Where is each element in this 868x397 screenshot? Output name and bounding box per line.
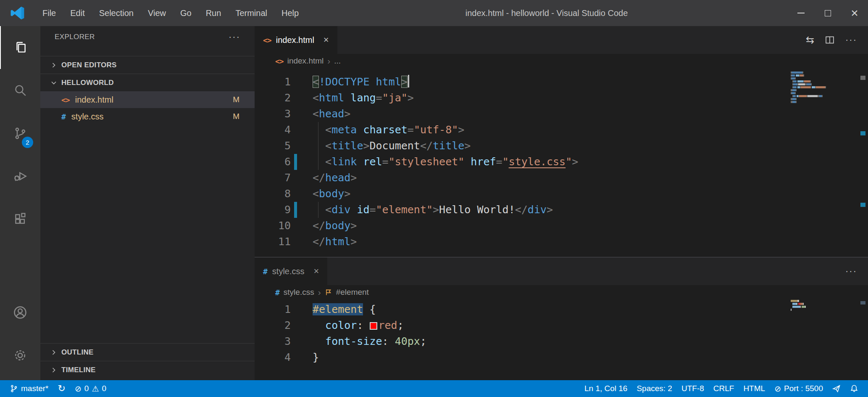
breadcrumb-file[interactable]: style.css — [284, 288, 314, 297]
code-text: <meta charset="utf-8"> — [313, 122, 868, 138]
css-file-icon: # — [275, 288, 280, 297]
code-text: #element { — [313, 302, 868, 318]
tab-label: index.html — [276, 35, 314, 45]
code-text: </head> — [313, 170, 868, 186]
close-tab-icon[interactable]: × — [324, 34, 329, 45]
code-line[interactable]: 10</body> — [255, 218, 868, 234]
encoding-indicator[interactable]: UTF-8 — [677, 380, 709, 397]
settings-button[interactable] — [0, 334, 40, 377]
color-swatch[interactable] — [370, 322, 377, 330]
indentation-indicator[interactable]: Spaces: 2 — [632, 380, 677, 397]
title-bar: FileEditSelectionViewGoRunTerminalHelp i… — [0, 0, 868, 26]
code-line[interactable]: 3 font-size: 40px; — [255, 333, 868, 349]
line-number: 4 — [255, 349, 291, 365]
git-branch-icon — [10, 384, 18, 393]
code-line[interactable]: 3<head> — [255, 106, 868, 122]
sidebar-item-extensions[interactable] — [0, 198, 40, 241]
code-line[interactable]: 2 color: red; — [255, 318, 868, 333]
menu-terminal[interactable]: Terminal — [228, 0, 274, 26]
close-tab-icon[interactable]: × — [314, 266, 319, 277]
sidebar-item-run-and-debug[interactable] — [0, 155, 40, 198]
gutter — [291, 170, 313, 186]
window-controls: × — [787, 0, 868, 26]
menu-edit[interactable]: Edit — [63, 0, 92, 26]
breadcrumb-file[interactable]: index.html — [287, 56, 324, 66]
line-number: 8 — [255, 186, 291, 202]
minimap[interactable] — [791, 71, 832, 104]
menu-help[interactable]: Help — [274, 0, 306, 26]
section-timeline[interactable]: TIMELINE — [40, 361, 255, 378]
breadcrumb-symbol[interactable]: #element — [336, 288, 369, 297]
open-changes-icon[interactable]: ⇆ — [806, 34, 814, 46]
code-text: <body> — [313, 186, 868, 202]
overview-ruler-mark — [860, 131, 865, 135]
language-mode[interactable]: HTML — [739, 380, 770, 397]
tab-style-css[interactable]: # style.css × — [255, 257, 327, 285]
feedback-button[interactable] — [828, 380, 845, 397]
code-line[interactable]: 9 <div id="element">Hello World!</div> — [255, 202, 868, 218]
code-line[interactable]: 2<html lang="ja"> — [255, 90, 868, 106]
sidebar-item-search[interactable] — [0, 69, 40, 112]
explorer-more-actions-icon[interactable]: ··· — [229, 35, 240, 39]
code-line[interactable]: 8<body> — [255, 186, 868, 202]
vscode-logo-icon — [10, 5, 26, 21]
menu-selection[interactable]: Selection — [92, 0, 141, 26]
section-outline[interactable]: OUTLINE — [40, 343, 255, 361]
menu-view[interactable]: View — [141, 0, 173, 26]
minimize-icon — [797, 13, 805, 13]
sidebar-item-explorer[interactable] — [0, 26, 40, 69]
minimize-button[interactable] — [787, 0, 814, 26]
language-text: HTML — [743, 384, 765, 393]
section-open-editors[interactable]: OPEN EDITORS — [40, 56, 255, 74]
section-helloworld[interactable]: HELLOWORLD — [40, 74, 255, 91]
file-style.css[interactable]: #style.cssM — [40, 108, 255, 125]
chevron-right-icon — [50, 367, 57, 373]
problems-indicator[interactable]: ⊘ 0 ⚠ 0 — [70, 380, 111, 397]
window-title: index.html - helloworld - Visual Studio … — [306, 8, 787, 18]
breadcrumb-tail[interactable]: ... — [334, 56, 341, 66]
gutter — [291, 74, 313, 90]
code-line[interactable]: 4 <meta charset="utf-8"> — [255, 122, 868, 138]
menu-go[interactable]: Go — [173, 0, 199, 26]
code-text: <div id="element">Hello World!</div> — [313, 202, 868, 218]
minimap[interactable] — [791, 300, 832, 312]
more-actions-icon[interactable]: ··· — [845, 269, 857, 273]
file-name: index.html — [75, 95, 233, 105]
overview-ruler-mark — [860, 203, 865, 207]
cursor-position[interactable]: Ln 1, Col 16 — [580, 380, 632, 397]
explorer-sidebar: EXPLORER ··· OPEN EDITORS HELLOWORLD <>i… — [40, 26, 255, 380]
encoding-text: UTF-8 — [681, 384, 704, 393]
code-line[interactable]: 4} — [255, 349, 868, 365]
code-line[interactable]: 1#element { — [255, 302, 868, 318]
maximize-button[interactable] — [814, 0, 841, 26]
sync-button[interactable]: ↻ — [53, 380, 70, 397]
notifications-button[interactable] — [845, 380, 863, 397]
git-branch-indicator[interactable]: master* — [5, 380, 53, 397]
line-number: 9 — [255, 202, 291, 218]
more-actions-icon[interactable]: ··· — [845, 38, 857, 42]
code-line[interactable]: 6 <link rel="stylesheet" href="style.css… — [255, 154, 868, 170]
close-button[interactable]: × — [841, 0, 868, 26]
file-index.html[interactable]: <>index.htmlM — [40, 91, 255, 108]
split-editor-icon[interactable] — [825, 35, 834, 45]
sidebar-item-source-control[interactable]: 2 — [0, 112, 40, 155]
gutter — [291, 106, 313, 122]
port-text: Port : 5500 — [784, 384, 823, 393]
editor-region: <> index.html × ⇆ ··· <> index.html › ..… — [255, 26, 868, 380]
gutter — [291, 234, 313, 250]
code-line[interactable]: 7</head> — [255, 170, 868, 186]
code-text: </body> — [313, 218, 868, 234]
eol-indicator[interactable]: CRLF — [709, 380, 739, 397]
code-line[interactable]: 1<!DOCTYPE html> — [255, 74, 868, 90]
tab-index-html[interactable]: <> index.html × — [255, 26, 337, 54]
section-label: OUTLINE — [61, 348, 94, 357]
accounts-button[interactable] — [0, 291, 40, 334]
account-icon — [13, 305, 28, 320]
code-line[interactable]: 5 <title>Document</title> — [255, 138, 868, 154]
git-modified-gutter-marker — [294, 154, 297, 170]
live-server-port[interactable]: ⊘ Port : 5500 — [770, 380, 828, 397]
menu-run[interactable]: Run — [199, 0, 229, 26]
explorer-title: EXPLORER — [55, 33, 95, 41]
code-line[interactable]: 11</html> — [255, 234, 868, 250]
menu-file[interactable]: File — [35, 0, 63, 26]
